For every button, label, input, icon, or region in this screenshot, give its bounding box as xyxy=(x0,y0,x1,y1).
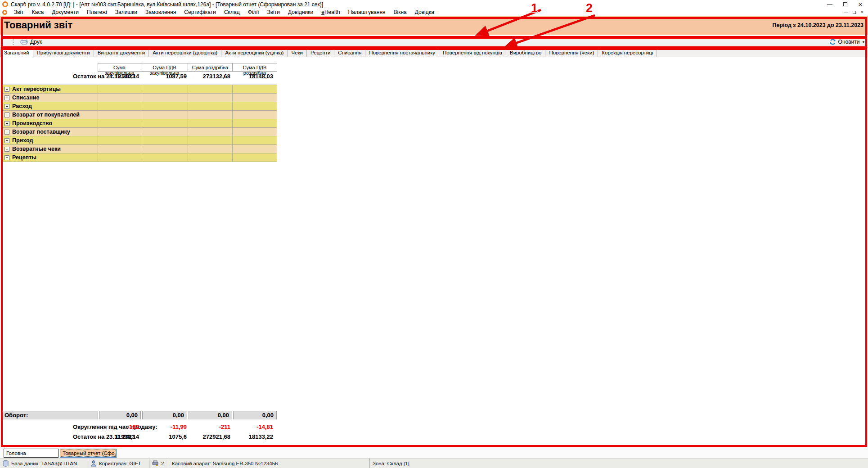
tab-povernennya-vid-pokuptsiv[interactable]: Повернення від покупців xyxy=(439,49,506,57)
menu-dovidnyky[interactable]: Довідники xyxy=(284,9,317,15)
turnover-value-cell: 0,00 xyxy=(189,411,232,419)
table-row[interactable]: +Акт пересортицы xyxy=(3,85,277,94)
expand-icon[interactable]: + xyxy=(4,95,9,100)
tab-spysannya[interactable]: Списання xyxy=(334,49,365,57)
tab-korektsiya-peresortytsi[interactable]: Корекція пересортиці xyxy=(598,49,657,57)
expand-icon[interactable]: + xyxy=(4,138,9,143)
mdi-minimize-button[interactable]: — xyxy=(842,9,850,15)
menu-kasa[interactable]: Каса xyxy=(28,9,48,15)
expand-icon[interactable]: + xyxy=(4,87,9,92)
turnover-value-cell: 0,00 xyxy=(233,411,277,419)
mdi-restore-button[interactable] xyxy=(850,9,858,15)
table-row[interactable]: +Расход xyxy=(3,102,277,111)
tab-cheky[interactable]: Чеки xyxy=(288,49,307,57)
menu-vikna[interactable]: Вікна xyxy=(390,9,411,15)
close-button[interactable]: × xyxy=(853,0,868,9)
menu-zamovlennya[interactable]: Замовлення xyxy=(141,9,180,15)
rounding-value: -211 xyxy=(188,423,230,430)
tab-akty-dootsinka[interactable]: Акти переоцінки (дооцінка) xyxy=(149,49,221,57)
expand-icon[interactable]: + xyxy=(4,155,9,160)
tab-vytratni-dokumenty[interactable]: Витратні документи xyxy=(94,49,149,57)
column-header-purchase-sum: Сума закупівельна xyxy=(98,63,141,72)
closing-balance-value: 18133,22 xyxy=(232,433,273,440)
report-toolbar: Друк Оновити ▾ xyxy=(0,36,868,48)
menu-zvity[interactable]: Звіти xyxy=(263,9,284,15)
table-row[interactable]: +Возврат поставщику xyxy=(3,128,277,136)
expand-icon[interactable]: + xyxy=(4,121,9,126)
report-header: Товарний звіт Період з 24.10.2023 до 23.… xyxy=(0,16,868,35)
group-table: +Акт пересортицы +Списание +Расход +Возв… xyxy=(2,85,277,162)
window-tab-home[interactable]: Головна xyxy=(4,449,58,458)
menu-sertyfikaty[interactable]: Сертифікати xyxy=(180,9,220,15)
status-user: Користувач: GIFT xyxy=(88,459,149,468)
menu-bar: Звіт Каса Документи Платежі Залишки Замо… xyxy=(0,9,868,16)
device-icon xyxy=(152,460,158,466)
menu-sklad[interactable]: Склад xyxy=(220,9,244,15)
restore-button[interactable] xyxy=(837,0,853,9)
tab-retsepty[interactable]: Рецепти xyxy=(307,49,334,57)
tab-povernennya-cheky[interactable]: Повернення (чеки) xyxy=(545,49,598,57)
tab-zagalnyi[interactable]: Загальний xyxy=(0,49,33,57)
tab-prybutkovi-dokumenty[interactable]: Прибуткові документи xyxy=(33,49,94,57)
menu-platezhi[interactable]: Платежі xyxy=(83,9,111,15)
window-title: Скарб pro v. 4.0.2.70 [ІД: | - [Апт №003… xyxy=(11,1,323,8)
menu-zvit[interactable]: Звіт xyxy=(10,9,28,15)
menu-zalyshky[interactable]: Залишки xyxy=(111,9,141,15)
database-icon xyxy=(3,460,9,467)
table-row[interactable]: +Возвратные чеки xyxy=(3,145,277,153)
refresh-icon xyxy=(829,39,836,45)
table-row[interactable]: +Списание xyxy=(3,94,277,102)
mdi-restore-icon xyxy=(853,11,856,14)
menu-dovidka[interactable]: Довідка xyxy=(411,9,438,15)
minimize-button[interactable]: — xyxy=(822,0,837,9)
rounding-value: -11,99 xyxy=(141,423,187,430)
opening-balance-value: 12100,14 xyxy=(98,73,139,80)
report-period: Період з 24.10.2023 до 23.11.2023 xyxy=(772,22,868,28)
mdi-child-icon xyxy=(2,10,7,15)
tab-vyrobnytstvo[interactable]: Виробництво xyxy=(506,49,545,57)
user-icon xyxy=(91,460,96,467)
tab-akty-utsinka[interactable]: Акти переоцінки (уцінка) xyxy=(221,49,288,57)
expand-icon[interactable]: + xyxy=(4,104,9,109)
rounding-value: -162 xyxy=(98,423,139,430)
closing-balance-value: 1075,6 xyxy=(141,433,187,440)
mdi-close-button[interactable]: × xyxy=(858,9,866,15)
status-counter: 2 xyxy=(149,459,169,468)
opening-balance-value: 1087,59 xyxy=(141,73,187,80)
column-header-retail-sum: Сума роздрібна xyxy=(188,63,233,72)
expand-icon[interactable]: + xyxy=(4,147,9,152)
column-header-purchase-vat: Сума ПДВ закупівельна xyxy=(141,63,188,72)
menu-filii[interactable]: Філії xyxy=(244,9,263,15)
status-zone: Зона: Склад [1] xyxy=(370,459,523,468)
turnover-value-cell: 0,00 xyxy=(142,411,187,419)
title-bar: Скарб pro v. 4.0.2.70 [ІД: | - [Апт №003… xyxy=(0,0,868,9)
window-tab-strip: Головна Товарный отчет (Сфо .. xyxy=(0,448,868,458)
table-row[interactable]: +Рецепты xyxy=(3,153,277,162)
column-header-retail-vat: Сума ПДВ роздрібна xyxy=(232,63,277,72)
menu-ehealth[interactable]: eHealth xyxy=(317,9,344,15)
window-tab-report[interactable]: Товарный отчет (Сфо .. xyxy=(60,449,117,458)
toolbar-gripper[interactable] xyxy=(13,39,14,45)
app-window: Скарб pro v. 4.0.2.70 [ІД: | - [Апт №003… xyxy=(0,0,868,468)
tab-povernennya-postachalnyku[interactable]: Повернення постачальнику xyxy=(365,49,439,57)
refresh-dropdown-icon[interactable]: ▾ xyxy=(862,40,864,44)
turnover-label-cell: Оборот: xyxy=(2,411,98,419)
status-cash-register: Касовий апарат: Samsung ER-350 №123456 xyxy=(169,459,370,468)
closing-balance-value: 11938,14 xyxy=(98,433,139,440)
refresh-button[interactable]: Оновити ▾ xyxy=(827,38,867,46)
menu-dokumenty[interactable]: Документи xyxy=(48,9,83,15)
menu-nalashtuvannya[interactable]: Налаштування xyxy=(344,9,390,15)
status-database: База даних: TASA3@TITAN xyxy=(0,459,88,468)
restore-icon xyxy=(843,2,847,6)
printer-icon xyxy=(20,39,28,45)
expand-icon[interactable]: + xyxy=(4,112,9,117)
print-button[interactable]: Друк xyxy=(18,38,45,46)
app-logo-icon xyxy=(2,1,8,7)
table-row[interactable]: +Производство xyxy=(3,119,277,128)
refresh-label: Оновити xyxy=(838,39,860,45)
closing-balance-value: 272921,68 xyxy=(188,433,230,440)
expand-icon[interactable]: + xyxy=(4,130,9,135)
table-row[interactable]: +Приход xyxy=(3,136,277,145)
opening-balance-value: 273132,68 xyxy=(188,73,230,80)
table-row[interactable]: +Возврат от покупателей xyxy=(3,111,277,119)
